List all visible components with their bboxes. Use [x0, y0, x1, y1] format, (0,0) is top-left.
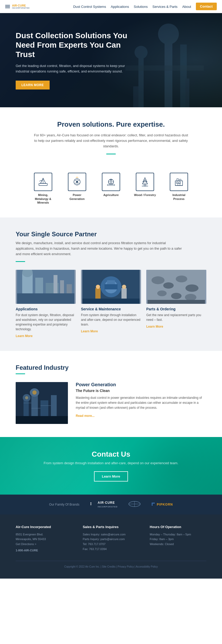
card-parts-body: Get the new and replacement parts you ne… [146, 313, 206, 322]
svg-rect-44 [95, 288, 101, 299]
logo[interactable]: AIR·CURE INCORPORATED [5, 4, 30, 9]
hero-section: Dust Collection Solutions You Need From … [0, 13, 222, 107]
card-applications-body: For dust system design, filtration, disp… [16, 313, 76, 332]
featured-industry-subtitle: The Future is Clean [76, 389, 206, 393]
agriculture-icon [102, 173, 120, 191]
nav-item-services[interactable]: Services & Parts [153, 5, 178, 9]
card-applications-link[interactable]: Learn More [16, 334, 33, 338]
svg-point-65 [32, 390, 37, 395]
svg-rect-6 [133, 86, 138, 107]
svg-point-66 [25, 396, 28, 399]
industry-icon-industrial[interactable]: IndustrialProcess [166, 173, 192, 204]
teal-divider-2 [16, 261, 25, 262]
teal-divider [106, 154, 116, 154]
footer-sales-email: Sales Inquiry: sales@aircure.com [83, 532, 139, 537]
svg-rect-26 [177, 179, 178, 181]
svg-rect-25 [179, 182, 180, 183]
nav-item-dust[interactable]: Dust Control Systems [73, 5, 106, 9]
svg-rect-71 [90, 502, 91, 503]
single-source-body: We design, manufacture, install, and ser… [16, 240, 183, 257]
brand-middle-icon [128, 501, 141, 507]
svg-rect-67 [16, 416, 68, 424]
svg-rect-78 [152, 503, 153, 503]
hero-content: Dust Collection Solutions You Need From … [16, 31, 136, 89]
brands-label: Our Family Of Brands [49, 503, 79, 506]
contact-button[interactable]: Contact [196, 3, 217, 10]
hero-heading: Dust Collection Solutions You Need From … [16, 31, 136, 59]
power-icon [68, 173, 86, 191]
card-applications-title: Applications [16, 307, 76, 311]
featured-section: Featured Industry [0, 351, 222, 437]
svg-rect-32 [35, 278, 43, 293]
svg-rect-79 [153, 503, 154, 503]
featured-read-more-link[interactable]: Read more... [76, 414, 95, 418]
svg-rect-73 [90, 505, 91, 505]
featured-image [16, 382, 68, 424]
svg-rect-36 [54, 275, 57, 293]
svg-point-55 [171, 293, 182, 299]
nav-item-about[interactable]: About [182, 5, 191, 9]
contact-section: Contact Us From system design through in… [0, 437, 222, 495]
card-service-link[interactable]: Learn More [81, 329, 98, 333]
svg-point-50 [151, 276, 165, 284]
cards-row: Applications For dust system design, fil… [16, 270, 206, 338]
svg-rect-8 [39, 183, 47, 186]
single-source-heading: Your Single Source Partner [16, 231, 206, 238]
card-parts: Parts & Ordering Get the new and replace… [146, 270, 206, 338]
card-parts-image [146, 270, 206, 304]
hero-subtext: Get the leading dust control, filtration… [16, 63, 136, 74]
svg-point-13 [76, 181, 78, 183]
nav-links: Dust Control Systems Applications Soluti… [73, 3, 217, 10]
hero-cta-button[interactable]: LEARN MORE [16, 81, 50, 89]
industry-icon-mining[interactable]: Mining,Metalurgy &Minerals [30, 173, 56, 204]
card-applications-image [16, 270, 76, 304]
card-applications: Applications For dust system design, fil… [16, 270, 76, 338]
svg-point-45 [96, 285, 100, 289]
svg-rect-43 [107, 280, 115, 284]
industry-icon-wood[interactable]: Wood / Forestry [132, 173, 158, 204]
footer-tel: Tel: 763.717.0707 [83, 542, 139, 547]
card-parts-link[interactable]: Learn More [146, 325, 163, 328]
wood-icon [136, 173, 154, 191]
logo-icon [5, 5, 10, 8]
contact-body: From system design through installation … [16, 461, 206, 465]
brand-aircure-text: AIR·CUREINCORPORATED [98, 501, 118, 508]
footer-columns: Air-Cure Incorporated 8501 Evergreen Blv… [16, 525, 206, 553]
svg-point-47 [122, 285, 126, 289]
industry-icons-row: Mining,Metalurgy &Minerals PowerGenerati… [0, 173, 222, 217]
mining-icon [34, 173, 52, 191]
footer-hours-heading: Hours Of Operation [150, 525, 206, 529]
contact-heading: Contact Us [16, 450, 206, 458]
nav-item-applications[interactable]: Applications [111, 5, 129, 9]
svg-rect-57 [148, 300, 205, 304]
footer-directions-link[interactable]: Get Directions > [16, 542, 36, 546]
svg-rect-38 [67, 284, 72, 293]
svg-rect-80 [154, 503, 155, 503]
industry-icon-agriculture[interactable]: Agriculture [98, 173, 124, 204]
aircure-logo-icon [90, 501, 96, 508]
svg-line-10 [40, 181, 42, 183]
featured-industry-title: Power Generation [76, 382, 206, 388]
svg-rect-29 [178, 183, 180, 186]
svg-rect-72 [90, 503, 91, 504]
card-service-image [81, 270, 141, 304]
footer-sales-heading: Sales & Parts Inquires [83, 525, 139, 529]
svg-rect-37 [60, 280, 64, 293]
svg-point-1 [158, 24, 179, 44]
featured-inner: Power Generation The Future is Clean Mas… [16, 382, 206, 424]
footer-bottom: Copyright © 2022 Air-Cure Inc. | Site Cr… [16, 561, 206, 568]
svg-rect-7 [185, 79, 189, 107]
featured-text: Power Generation The Future is Clean Mas… [76, 382, 206, 418]
nav-item-solutions[interactable]: Solutions [134, 5, 148, 9]
footer-copyright: Copyright © 2022 Air-Cure Inc. | Site Cr… [16, 565, 206, 568]
svg-rect-27 [179, 179, 181, 181]
card-parts-title: Parts & Ordering [146, 307, 206, 311]
industry-icon-power[interactable]: PowerGeneration [64, 173, 90, 204]
svg-rect-81 [152, 504, 153, 505]
footer-address: 8501 Evergreen Blvd.Minneapolis, MN 5543… [16, 532, 72, 542]
footer-phone: 1-800-AIR-CURE [16, 548, 72, 553]
proven-section: Proven solutions. Pure expertise. For 60… [0, 107, 222, 173]
brand-middle [128, 501, 141, 508]
contact-learn-more-button[interactable]: Learn More [94, 471, 128, 481]
svg-rect-18 [107, 184, 115, 186]
